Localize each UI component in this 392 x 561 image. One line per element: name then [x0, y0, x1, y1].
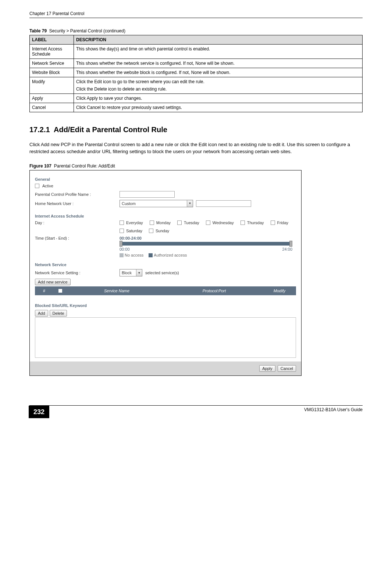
section-title: Add/Edit a Parental Control Rule: [54, 126, 167, 134]
home-user-select[interactable]: Custom ▼: [120, 200, 193, 207]
day-check-monday[interactable]: Monday: [150, 220, 171, 225]
figure-107-caption: Figure 107 Parental Control Rule: Add/Ed…: [29, 163, 363, 169]
home-user-value: Custom: [120, 201, 138, 206]
table-row-desc: Click Apply to save your changes.: [74, 94, 363, 103]
time-end: 24:00: [282, 247, 292, 251]
profile-name-input[interactable]: [120, 191, 175, 198]
checkbox-icon: [177, 220, 182, 225]
header-rule: [29, 18, 363, 18]
day-label: Day :: [35, 220, 120, 225]
checkbox-icon: [35, 184, 39, 188]
section-heading: 17.2.1 Add/Edit a Parental Control Rule: [29, 126, 363, 134]
page-footer: 232 VMG1312-B10A User's Guide: [29, 405, 363, 412]
day-check-friday[interactable]: Friday: [271, 220, 289, 225]
service-table-header: # Service Name Protocol:Port Modify: [35, 286, 296, 295]
profile-name-label: Parental Control Profile Name :: [35, 192, 120, 197]
table-row-desc: Click the Edit icon to go to the screen …: [74, 77, 363, 94]
table-row-desc: Click Cancel to restore your previously …: [74, 103, 363, 112]
home-user-extra-input[interactable]: [196, 200, 251, 207]
service-col-hash: #: [35, 289, 53, 293]
blocked-add-button[interactable]: Add: [35, 310, 48, 317]
day-check-tuesday[interactable]: Tuesday: [177, 220, 199, 225]
service-setting-label: Network Service Setting :: [35, 271, 120, 275]
table-79: LABEL DESCRIPTION Internet Access Schedu…: [29, 35, 363, 112]
service-setting-suffix: selected service(s): [145, 271, 179, 275]
figure-107-screenshot: General Active Parental Control Profile …: [29, 170, 302, 376]
day-check-wednesday[interactable]: Wednesday: [206, 220, 234, 225]
table-row-desc: This shows whether the network service i…: [74, 59, 363, 68]
add-new-service-button[interactable]: Add new service: [35, 279, 71, 285]
table-79-caption: Table 79 Security > Parental Control (co…: [29, 28, 363, 33]
checkbox-icon: [120, 220, 124, 225]
service-col-name: Service Name: [68, 289, 165, 293]
checkbox-icon: [150, 220, 154, 225]
service-setting-select[interactable]: Block ▼: [120, 269, 142, 276]
time-start: 00:00: [120, 247, 130, 251]
guide-name: VMG1312-B10A User's Guide: [29, 407, 363, 412]
figure-107-caption-text: Parental Control Rule: Add/Edit: [54, 163, 115, 169]
checkbox-icon[interactable]: [58, 289, 62, 293]
table-row-label: Modify: [30, 77, 74, 94]
day-check-everyday[interactable]: Everyday: [120, 220, 143, 225]
service-setting-value: Block: [120, 271, 133, 275]
table-row-label: Internet Access Schedule: [30, 45, 74, 59]
service-col-proto: Protocol:Port: [165, 289, 263, 293]
section-body: Click Add new PCP in the Parental Contro…: [29, 141, 363, 155]
table-79-label: Table 79: [29, 28, 47, 33]
blocked-delete-button[interactable]: Delete: [50, 310, 67, 317]
table-row-label: Cancel: [30, 103, 74, 112]
time-range-value: 00:00-24:00: [120, 236, 292, 240]
slider-handle-icon[interactable]: [120, 241, 122, 247]
checkbox-icon: [240, 220, 245, 225]
blocked-heading: Blocked Site/URL Keyword: [35, 303, 296, 308]
apply-button[interactable]: Apply: [259, 365, 275, 372]
dialog-footer-bar: Apply Cancel: [30, 361, 301, 375]
table-row-label: Network Service: [30, 59, 74, 68]
chevron-down-icon: ▼: [136, 269, 142, 276]
home-user-label: Home Network User :: [35, 201, 120, 206]
page-number: 232: [29, 406, 49, 418]
active-label: Active: [42, 184, 53, 188]
table-row-desc: This shows the day(s) and time on which …: [74, 45, 363, 59]
day-check-sunday[interactable]: Sunday: [149, 229, 169, 233]
time-legend: No access Authorized access: [120, 253, 292, 258]
schedule-heading: Internet Access Schedule: [35, 214, 296, 218]
active-checkbox-row[interactable]: Active: [35, 184, 53, 188]
general-heading: General: [35, 177, 296, 181]
figure-107-label: Figure 107: [29, 163, 51, 169]
blocked-site-listbox[interactable]: [35, 317, 296, 358]
table-row-label: Website Block: [30, 68, 74, 77]
network-service-heading: Network Service: [35, 262, 296, 267]
section-number: 17.2.1: [29, 126, 50, 134]
legend-swatch-grey-icon: [120, 253, 124, 257]
checkbox-icon: [206, 220, 210, 225]
chapter-title: Chapter 17 Parental Control: [29, 11, 84, 16]
table-79-caption-text: Security > Parental Control (continued): [49, 28, 125, 33]
table-row-desc: This shows whether the website block is …: [74, 68, 363, 77]
checkbox-icon: [271, 220, 275, 225]
day-check-thursday[interactable]: Thursday: [240, 220, 264, 225]
time-slider[interactable]: [120, 242, 292, 246]
service-col-modify: Modify: [263, 289, 296, 293]
day-check-saturday[interactable]: Saturday: [120, 229, 142, 233]
day-checkboxes: Everyday Monday Tuesday Wednesday Thursd…: [120, 220, 296, 233]
legend-swatch-blue-icon: [149, 253, 153, 257]
chevron-down-icon: ▼: [187, 200, 193, 207]
running-header: Chapter 17 Parental Control: [29, 11, 363, 16]
slider-handle-icon[interactable]: [289, 241, 292, 247]
checkbox-icon: [120, 229, 124, 233]
time-label: Time (Start - End) :: [35, 236, 120, 240]
cancel-button[interactable]: Cancel: [278, 365, 296, 372]
table-79-head-desc: DESCRIPTION: [74, 35, 363, 45]
table-row-label: Apply: [30, 94, 74, 103]
table-79-head-label: LABEL: [30, 35, 74, 45]
checkbox-icon: [149, 229, 153, 233]
